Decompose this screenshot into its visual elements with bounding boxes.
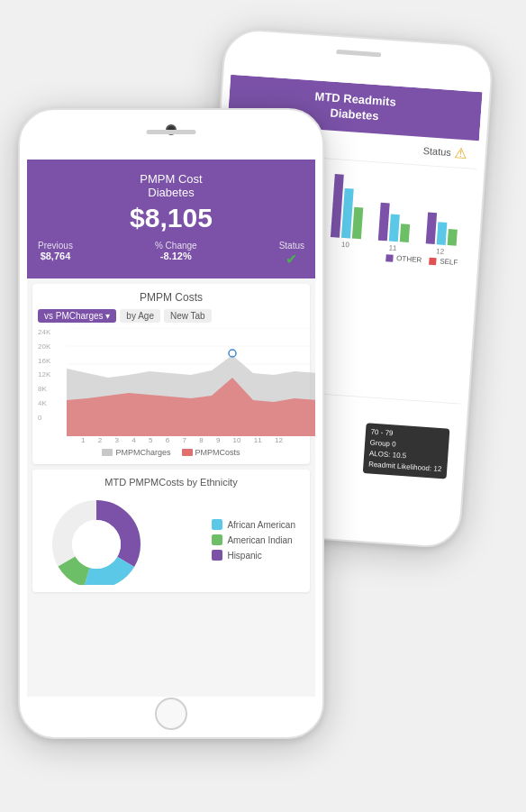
american-indian-color xyxy=(212,534,222,545)
donut-chart-svg xyxy=(47,495,155,585)
american-indian-label: American Indian xyxy=(227,535,292,545)
bar-segment-purple-11 xyxy=(378,203,390,242)
front-subtitle-text: Diabetes xyxy=(148,186,194,199)
legend-charges: PMPMCharges xyxy=(102,448,170,457)
bubble-tooltip: 70 - 79 Group 0 ALOS: 10.5 Readmit Likel… xyxy=(362,423,449,479)
status-label: Status xyxy=(422,145,451,158)
front-header: PMPM Cost Diabetes $8,105 Previous $8,76… xyxy=(27,160,315,278)
status-ok-icon: ✔ xyxy=(286,251,297,268)
costs-legend-color xyxy=(182,449,193,456)
area-chart-wrapper: 24K 20K 16K 12K 8K 4K 0 xyxy=(38,328,304,436)
area-chart-legend: PMPMCharges PMPMCosts xyxy=(38,448,304,457)
area-chart-svg xyxy=(59,328,315,436)
charges-legend-color xyxy=(102,449,113,456)
x-3: 3 xyxy=(114,436,118,444)
x-12: 12 xyxy=(275,436,283,444)
x-2: 2 xyxy=(98,436,102,444)
previous-value: $8,764 xyxy=(41,251,71,261)
bar-group-12: 12 xyxy=(418,212,465,257)
x-5: 5 xyxy=(149,436,152,444)
tab-by-age[interactable]: by Age xyxy=(120,309,160,323)
stat-pct-change: % Change -8.12% xyxy=(155,241,197,268)
y-label-20k: 20K xyxy=(38,342,59,351)
donut-content: African American American Indian Hispani… xyxy=(38,495,304,585)
x-9: 9 xyxy=(216,436,220,444)
bar-segment-green-10 xyxy=(352,206,363,239)
pct-change-value: -8.12% xyxy=(160,251,192,261)
svg-point-11 xyxy=(72,520,121,569)
legend-costs: PMPMCosts xyxy=(182,448,240,457)
self-color-dot xyxy=(429,257,437,265)
x-10: 10 xyxy=(233,436,241,444)
y-label-4k: 4K xyxy=(38,399,59,407)
front-title-text: PMPM Cost xyxy=(140,172,202,186)
front-phone-home-button[interactable] xyxy=(155,698,187,730)
donut-legend: African American American Indian Hispani… xyxy=(212,519,295,561)
african-american-color xyxy=(212,519,222,530)
bar-segment-blue-11 xyxy=(389,214,400,242)
bar-segment-blue-12 xyxy=(436,222,447,245)
pct-change-label: % Change xyxy=(155,241,197,251)
pmpm-chart-section: PMPM Costs vs PMCharges ▾ by Age New Tab… xyxy=(32,284,310,464)
status-header-label: Status xyxy=(279,241,304,251)
bar-label-12: 12 xyxy=(436,247,445,256)
other-color-dot xyxy=(385,254,394,262)
legend-african-american: African American xyxy=(212,519,295,530)
back-phone-speaker xyxy=(336,50,381,57)
stat-status: Status ✔ xyxy=(279,241,304,268)
hispanic-label: Hispanic xyxy=(227,551,261,561)
bar-segment-green-11 xyxy=(400,224,410,242)
charges-legend-label: PMPMCharges xyxy=(115,448,170,457)
bar-segment-purple-12 xyxy=(425,212,436,244)
hispanic-color xyxy=(212,550,222,561)
x-1: 1 xyxy=(81,436,85,444)
donut-section: MTD PMPMCosts by Ethnicity xyxy=(32,470,310,592)
y-label-12k: 12K xyxy=(38,370,59,379)
front-header-title: PMPM Cost Diabetes xyxy=(38,172,304,199)
front-phone-speaker xyxy=(147,130,196,134)
front-header-value: $8,105 xyxy=(38,203,304,233)
bar-label-11: 11 xyxy=(388,243,397,252)
front-phone: PMPM Cost Diabetes $8,105 Previous $8,76… xyxy=(18,108,324,739)
scene: MTD Readmits Diabetes Status ⚠ xyxy=(0,0,526,812)
tab-vs-pmcharges[interactable]: vs PMCharges ▾ xyxy=(38,309,116,323)
x-11: 11 xyxy=(254,436,262,444)
pmpm-chart-title: PMPM Costs xyxy=(38,291,304,304)
legend-self: SELF xyxy=(429,256,458,266)
african-american-label: African American xyxy=(227,520,295,530)
previous-label: Previous xyxy=(38,241,73,251)
legend-other: OTHER xyxy=(385,253,422,264)
bar-group-11: 11 xyxy=(370,202,417,253)
y-label-16k: 16K xyxy=(38,357,59,365)
x-6: 6 xyxy=(166,436,169,444)
y-label-8k: 8K xyxy=(38,385,59,393)
x-4: 4 xyxy=(132,436,135,444)
legend-american-indian: American Indian xyxy=(212,534,295,545)
y-label-0: 0 xyxy=(38,414,59,422)
x-7: 7 xyxy=(182,436,186,444)
front-screen-content: PMPM Cost Diabetes $8,105 Previous $8,76… xyxy=(27,160,315,697)
costs-legend-label: PMPMCosts xyxy=(195,448,240,457)
front-phone-screen: PMPM Cost Diabetes $8,105 Previous $8,76… xyxy=(27,160,315,697)
y-axis-labels: 24K 20K 16K 12K 8K 4K 0 xyxy=(38,328,59,422)
legend-hispanic: Hispanic xyxy=(212,550,295,561)
warning-icon: ⚠ xyxy=(454,144,467,162)
bar-group-10: 10 xyxy=(323,173,372,250)
stat-previous: Previous $8,764 xyxy=(38,241,73,268)
x-8: 8 xyxy=(199,436,203,444)
x-axis-labels: 1 2 3 4 5 6 7 8 9 10 11 12 xyxy=(59,436,304,444)
y-label-24k: 24K xyxy=(38,328,59,336)
chart-tabs[interactable]: vs PMCharges ▾ by Age New Tab xyxy=(38,309,304,323)
front-header-stats: Previous $8,764 % Change -8.12% Status ✔ xyxy=(38,241,304,268)
bar-segment-green-12 xyxy=(447,229,457,246)
bar-label-10: 10 xyxy=(341,241,350,250)
tab-new-tab[interactable]: New Tab xyxy=(164,309,212,323)
donut-title: MTD PMPMCosts by Ethnicity xyxy=(38,477,304,488)
